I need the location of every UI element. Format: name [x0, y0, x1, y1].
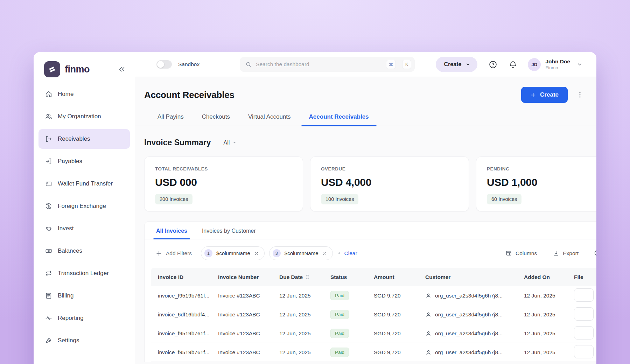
- tab-all-payins[interactable]: All Payins: [150, 113, 191, 126]
- topbar-create-button[interactable]: Create: [436, 57, 478, 72]
- sidebar-collapse-icon[interactable]: [118, 65, 126, 73]
- filter-chip-label: $columnName: [216, 250, 250, 256]
- foreign-exchange-icon: [45, 202, 52, 210]
- table-body: invoice_f9519b761f... Invoice #123ABC 12…: [151, 286, 596, 362]
- invoice-summary-title: Invoice Summary: [144, 138, 211, 147]
- table-row[interactable]: invoice_f9519b761f... Invoice #123ABC 12…: [151, 343, 596, 362]
- sandbox-label: Sandbox: [178, 61, 200, 68]
- tab-all-invoices[interactable]: All Invoices: [156, 228, 187, 239]
- tab-account-receivables[interactable]: Account Receivables: [301, 113, 377, 126]
- col-status: Status: [330, 274, 374, 280]
- topbar: Sandbox Search the dashboard ⌘ K Create …: [135, 52, 596, 77]
- transaction-ledger-icon: [45, 270, 52, 277]
- home-icon: [45, 90, 52, 98]
- table-row[interactable]: invoice_f9519b761f... Invoice #123ABC 12…: [151, 324, 596, 343]
- cell-customer-id: org_user_a2s3d4f5g6h7j8...: [435, 349, 503, 356]
- sidebar-item-payables[interactable]: Payables: [38, 152, 130, 171]
- refresh-icon[interactable]: [594, 250, 596, 257]
- table-row[interactable]: invoice_f9519b761f... Invoice #123ABC 12…: [151, 286, 596, 305]
- cell-file: [574, 307, 596, 322]
- kebab-menu-icon[interactable]: [576, 91, 584, 99]
- col-customer: Customer: [425, 274, 524, 280]
- sidebar-item-invest[interactable]: Invest: [38, 219, 130, 238]
- table-row[interactable]: invoice_6df16bbdf4... Invoice #123ABC 12…: [151, 305, 596, 324]
- cell-due-date: 12 Jun, 2025: [279, 293, 330, 299]
- filter-chip-count: 1: [204, 249, 212, 257]
- cell-file: [574, 288, 596, 303]
- page-content: Account Receivables Create All Payins Ch…: [135, 77, 596, 364]
- sidebar-item-settings[interactable]: Settings: [38, 331, 130, 350]
- col-invoice-number: Invoice Number: [218, 274, 279, 280]
- sidebar-item-my-organization[interactable]: My Organization: [38, 107, 130, 126]
- summary-filter-dropdown[interactable]: All: [223, 140, 237, 146]
- search-input[interactable]: Search the dashboard ⌘ K: [240, 57, 415, 72]
- summary-card: OVERDUE USD 4,000 100 Invoices: [310, 156, 469, 211]
- cell-amount: SGD 9,720: [374, 312, 425, 318]
- finmo-logo-icon: [44, 61, 60, 77]
- tab-invoices-by-customer[interactable]: Invoices by Customer: [202, 228, 256, 239]
- sidebar-item-wallet-fund-transfer[interactable]: Wallet Fund Transfer: [38, 174, 130, 194]
- cell-customer-id: org_user_a2s3d4f5g6h7j8...: [435, 330, 503, 337]
- cell-customer: org_user_a2s3d4f5g6h7j8...: [425, 330, 524, 337]
- sidebar-item-label: Transaction Ledger: [58, 270, 109, 277]
- create-button-label: Create: [540, 91, 559, 98]
- cell-invoice-number: Invoice #123ABC: [218, 349, 279, 356]
- col-due-date[interactable]: Due Date: [279, 274, 330, 280]
- file-button[interactable]: [574, 326, 594, 340]
- sidebar-item-label: Balances: [58, 247, 82, 254]
- sandbox-toggle[interactable]: [156, 60, 172, 69]
- sidebar-item-balances[interactable]: Balances: [38, 241, 130, 261]
- sidebar-item-label: Foreign Exchange: [58, 203, 106, 210]
- summary-cards: TOTAL RECEIVABLES USD 000 200 Invoices O…: [144, 156, 596, 211]
- brand-name: finmo: [65, 64, 90, 75]
- user-name: John Doe: [545, 58, 570, 65]
- sidebar-item-label: Wallet Fund Transfer: [58, 180, 113, 187]
- file-button[interactable]: [574, 345, 594, 358]
- sidebar-item-transaction-ledger[interactable]: Transaction Ledger: [38, 264, 130, 283]
- close-icon[interactable]: [254, 251, 259, 256]
- filter-chip[interactable]: 3 $columnName: [269, 246, 333, 260]
- sidebar-item-home[interactable]: Home: [38, 84, 130, 104]
- tab-checkouts[interactable]: Checkouts: [194, 113, 238, 126]
- sidebar-item-billing[interactable]: Billing: [38, 286, 130, 306]
- table-header-row: Invoice ID Invoice Number Due Date Statu…: [151, 268, 596, 286]
- columns-button[interactable]: Columns: [505, 250, 537, 257]
- cell-status: Paid: [330, 291, 374, 300]
- cell-invoice-id: invoice_f9519b761f...: [158, 293, 218, 299]
- cmd-keycap: ⌘: [386, 60, 396, 69]
- col-invoice-id: Invoice ID: [158, 274, 218, 280]
- file-button[interactable]: [574, 288, 594, 302]
- filter-chip[interactable]: 1 $columnName: [201, 246, 265, 260]
- sidebar-item-label: My Organization: [58, 113, 101, 120]
- add-filters-button[interactable]: Add Filters: [156, 250, 192, 257]
- sidebar-item-reporting[interactable]: Reporting: [38, 308, 130, 328]
- invoices-panel: All Invoices Invoices by Customer Add Fi…: [144, 221, 596, 362]
- balances-icon: [45, 247, 52, 255]
- create-button[interactable]: Create: [521, 87, 568, 103]
- sidebar-item-label: Receivables: [58, 135, 90, 142]
- sidebar-item-receivables[interactable]: Receivables: [38, 129, 130, 149]
- tab-virtual-accounts[interactable]: Virtual Accounts: [240, 113, 299, 126]
- person-icon: [425, 330, 432, 337]
- status-badge: Paid: [330, 310, 349, 319]
- file-button[interactable]: [574, 307, 594, 321]
- close-icon[interactable]: [322, 251, 327, 256]
- sidebar-item-foreign-exchange[interactable]: Foreign Exchange: [38, 196, 130, 216]
- cell-amount: SGD 9,720: [374, 349, 425, 356]
- export-button[interactable]: Export: [553, 250, 579, 257]
- cell-invoice-number: Invoice #123ABC: [218, 293, 279, 299]
- caret-down-icon: [232, 141, 237, 145]
- chevron-down-icon: [465, 62, 470, 67]
- notifications-bell-icon[interactable]: [509, 60, 517, 69]
- cell-invoice-id: invoice_f9519b761f...: [158, 330, 218, 337]
- user-menu[interactable]: JD John Doe Finmo: [528, 58, 582, 71]
- cell-amount: SGD 9,720: [374, 330, 425, 337]
- desktop-background: finmo Home My Organization Receivables: [0, 0, 630, 364]
- summary-card-value: USD 000: [155, 176, 292, 188]
- clear-filters-button[interactable]: Clear: [344, 250, 357, 257]
- cell-due-date: 12 Jun, 2025: [279, 330, 330, 337]
- cell-added-on: 12 Jun, 2025: [524, 293, 574, 299]
- status-badge: Paid: [330, 329, 349, 338]
- help-icon[interactable]: [489, 60, 497, 69]
- person-icon: [425, 293, 432, 299]
